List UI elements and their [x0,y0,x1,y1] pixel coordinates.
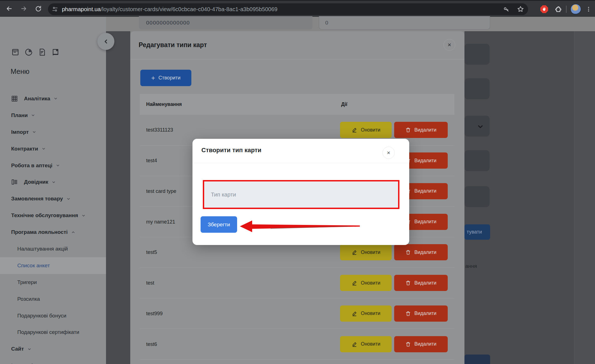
nested-modal-close-icon[interactable]: ✕ [382,147,395,159]
edit-icon [351,310,358,317]
outer-modal-header: Редагувати типи карт ✕ [130,31,464,59]
annotation-highlight-box [203,180,399,209]
create-button[interactable]: + Створити [140,70,191,86]
card-type-name: test6 [146,341,157,347]
card-type-name: test3311123 [146,127,173,133]
sidebar-item-17[interactable]: Інструкція [0,357,106,364]
nested-modal-header: Створити тип карти ✕ [192,139,409,163]
delete-button[interactable]: Видалити [394,275,448,291]
create-card-type-modal: Створити тип карти ✕ Зберегти [192,139,409,245]
update-button[interactable]: Оновити [340,275,392,291]
sidebar-item-label: Контракти [11,146,38,152]
edit-icon [351,280,358,286]
archive-icon[interactable] [11,48,20,56]
sidebar-item-1[interactable]: Аналітика [0,90,106,107]
sidebar-item-label: Подарункові сертифікати [17,329,79,335]
chevron-down-icon [56,163,60,168]
extensions-icon[interactable] [555,6,562,13]
sidebar-item-15[interactable]: Подарункові сертифікати [0,324,106,341]
table-row-7: test999ОновитиВидалити [140,299,454,329]
key-icon[interactable] [503,6,510,13]
sidebar-item-2[interactable]: Плани [0,107,106,124]
update-button[interactable]: Оновити [340,122,392,138]
delete-button[interactable]: Видалити [394,336,448,352]
sidebar-item-label: Розсилка [17,296,40,302]
chevron-down-icon [477,123,484,130]
scroll-gutter [574,31,595,364]
sidebar-item-label: Імпорт [11,129,29,135]
book-icon[interactable] [51,48,60,56]
dimmed-gap-left [106,31,130,364]
bg-partial-text: ання [465,263,477,269]
bg-edit-button-partial: тувати [464,224,490,240]
sidebar-item-3[interactable]: Імпорт [0,124,106,140]
nested-modal-title: Створити тип карти [201,147,261,154]
sidebar-item-label: Тригери [17,279,37,285]
bg-field [464,44,490,65]
sidebar-item-5[interactable]: Робота в аптеці [0,157,106,174]
trash-icon [405,127,411,133]
table-header: Найменування Дії [140,94,454,115]
column-actions: Дії [341,101,347,107]
sidebar-item-14[interactable]: Подарункові бонуси [0,307,106,324]
url-bar[interactable]: pharmapoint.ua/loyalty/customer-cards/vi… [48,3,528,15]
adblock-icon[interactable] [540,5,548,13]
chevron-down-icon [52,180,56,184]
sidebar-item-label: Подарункові бонуси [17,313,66,319]
save-button[interactable]: Зберегти [201,216,237,233]
sidebar-item-8[interactable]: Технічне обслуговування [0,207,106,224]
delete-button[interactable]: Видалити [394,122,448,138]
chevron-up-icon [71,230,75,234]
sidebar-item-13[interactable]: Розсилка [0,291,106,307]
sidebar-item-6[interactable]: Довідник [0,174,106,190]
trash-icon [405,280,411,286]
profile-avatar[interactable] [570,4,581,14]
sidebar-item-label: Налаштування акцій [17,246,68,252]
trash-icon [405,311,411,316]
update-button[interactable]: Оновити [340,336,392,352]
sidebar-item-12[interactable]: Тригери [0,274,106,291]
pie-chart-icon[interactable] [25,48,33,56]
sidebar-item-16[interactable]: Сайт [0,341,106,357]
table-row-8: test6ОновитиВидалити [140,329,454,360]
sidebar-item-label: Аналітика [24,96,50,102]
edit-icon [351,341,358,347]
menu-dots-icon[interactable] [586,6,592,12]
bg-field [464,78,490,99]
back-icon[interactable] [4,4,14,13]
chevron-down-icon [27,347,32,351]
sidebar-item-label: Сайт [11,346,24,352]
edit-icon [351,127,358,133]
card-type-name: test [146,280,154,286]
sidebar-item-label: Програма лояльності [11,229,68,235]
card-type-name: test5 [146,249,157,255]
forward-icon[interactable] [19,4,28,13]
update-button[interactable]: Оновити [340,244,392,260]
sidebar-item-4[interactable]: Контракти [0,140,106,157]
chevron-down-icon [42,147,46,151]
update-button[interactable]: Оновити [340,305,392,322]
card-type-input[interactable] [204,181,398,208]
browser-toolbar: pharmapoint.ua/loyalty/customer-cards/vi… [0,0,595,17]
sidebar-item-10[interactable]: Налаштування акцій [0,241,106,257]
sidebar-collapse-button[interactable] [97,33,114,50]
toolbar-divider [566,6,567,13]
site-info-icon[interactable] [52,6,58,12]
dimmed-page-right: тувати ання [464,31,595,364]
reload-icon[interactable] [33,4,43,13]
sidebar-item-label: Довідник [24,179,48,185]
outer-modal-title: Редагувати типи карт [139,41,207,49]
sidebar-item-9[interactable]: Програма лояльності [0,224,106,241]
url-text: pharmapoint.ua/loyalty/customer-cards/vi… [62,6,278,13]
sidebar-item-7[interactable]: Замовлення товару [0,190,106,207]
file-icon[interactable] [38,48,46,56]
sidebar-item-11[interactable]: Список анкет [0,257,106,274]
delete-button[interactable]: Видалити [394,305,448,322]
delete-button[interactable]: Видалити [394,244,448,260]
sidebar-item-label: Список анкет [17,263,50,269]
plus-icon: + [151,75,155,81]
outer-modal-close-icon[interactable]: ✕ [444,39,455,51]
star-icon[interactable] [517,6,524,13]
sidebar-item-label: Робота в аптеці [11,162,52,169]
grid-icon [11,95,18,102]
